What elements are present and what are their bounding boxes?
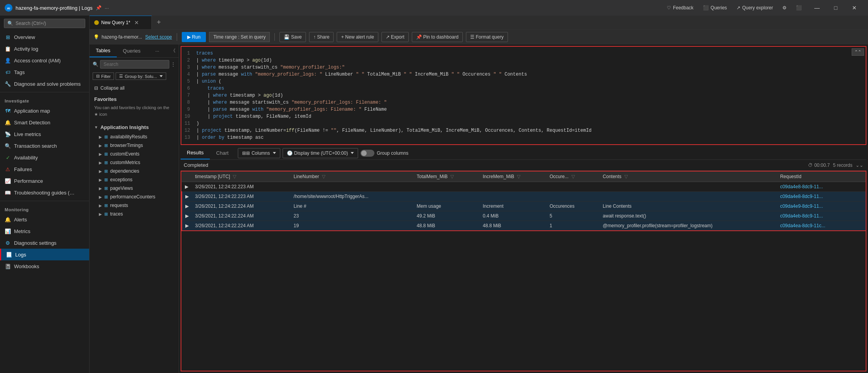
sidebar-item-logs[interactable]: 📃 Logs <box>0 249 89 260</box>
collapse-panel-button[interactable]: 《 <box>168 44 179 57</box>
display-time-button[interactable]: 🕐 Display time (UTC+00:00) <box>283 148 358 158</box>
tables-tab[interactable]: Tables <box>90 44 117 57</box>
table-item-perfcounters[interactable]: ▶ ⊞ performanceCounters <box>90 193 179 201</box>
search-options-icon[interactable]: ⋮ <box>171 62 176 67</box>
minimize-button[interactable]: — <box>808 0 826 16</box>
run-button[interactable]: ▶ Run <box>182 32 206 42</box>
group-by-button[interactable]: ☰ Group by: Solu... <box>116 72 166 80</box>
sidebar-item-workbooks[interactable]: 📓 Workbooks <box>0 260 89 272</box>
more-tabs-button[interactable]: ··· <box>151 45 163 57</box>
group-columns-toggle[interactable] <box>360 150 374 157</box>
save-button[interactable]: 💾 Save <box>279 32 306 42</box>
expand-cell-2[interactable]: ▶ <box>182 202 192 211</box>
cell-timestamp-2: 3/26/2021, 12:24:22.224 AM <box>192 202 290 211</box>
filter-total-icon[interactable]: ▽ <box>450 174 454 179</box>
filter-button[interactable]: ⊟ Filter <box>93 72 114 80</box>
tab-new-query-1[interactable]: New Query 1* ✕ <box>90 16 152 29</box>
feedback-button[interactable]: ♡ Feedback <box>664 4 697 12</box>
table-item-pageviews[interactable]: ▶ ⊞ pageViews <box>90 184 179 193</box>
live-metrics-icon: 📡 <box>5 131 11 137</box>
sidebar-item-transaction-search[interactable]: 🔍 Transaction search <box>0 140 89 152</box>
resource-selector[interactable]: 💡 hazeng-fa-memor... <box>93 34 142 40</box>
filter-timestamp-icon[interactable]: ▽ <box>233 174 236 179</box>
sidebar-item-diagnostic-settings[interactable]: ⚙ Diagnostic settings <box>0 237 89 249</box>
settings-button[interactable]: ⚙ <box>779 4 790 12</box>
layout-button[interactable]: ⬛ <box>793 4 805 12</box>
table-item-customevents[interactable]: ▶ ⊞ customEvents <box>90 150 179 158</box>
new-alert-button[interactable]: + New alert rule <box>337 32 378 42</box>
sidebar-item-access-control[interactable]: 👤 Access control (IAM) <box>0 55 89 66</box>
table-item-requests[interactable]: ▶ ⊞ requests <box>90 201 179 210</box>
table-item-custommetrics[interactable]: ▶ ⊞ customMetrics <box>90 158 179 167</box>
sidebar-item-live-metrics[interactable]: 📡 Live metrics <box>0 128 89 140</box>
col-header-linenumber[interactable]: LineNumber ▽ <box>290 171 413 182</box>
pin-dashboard-button[interactable]: 📌 Pin to dashboard <box>412 32 463 42</box>
pin-icon[interactable]: 📌 <box>96 5 102 11</box>
expand-cell-4[interactable]: ▶ <box>182 221 192 231</box>
table-row[interactable]: ▶ 3/26/2021, 12:24:22.224 AM Line # Mem … <box>182 202 866 211</box>
table-row[interactable]: ▶ 3/26/2021, 12:24:22.223 AM /home/site/… <box>182 192 866 202</box>
filter-line-icon[interactable]: ▽ <box>322 174 325 179</box>
table-icon: ⊞ <box>104 134 108 140</box>
columns-button[interactable]: ⊞⊞ Columns <box>238 148 280 158</box>
sidebar-item-failures[interactable]: ⚠ Failures <box>0 163 89 175</box>
sidebar-item-activity-log[interactable]: 📋 Activity log <box>0 43 89 55</box>
table-icon: ⊞ <box>104 186 108 191</box>
filter-occur-icon[interactable]: ▽ <box>571 174 575 179</box>
table-item-exceptions[interactable]: ▶ ⊞ exceptions <box>90 175 179 184</box>
sidebar-item-overview[interactable]: ⊞ Overview <box>0 31 89 43</box>
maximize-button[interactable]: □ <box>827 0 845 16</box>
query-explorer-button[interactable]: ↗ Query explorer <box>733 4 776 12</box>
table-row[interactable]: ▶ 3/26/2021, 12:24:22.224 AM 19 48.8 MiB… <box>182 221 866 231</box>
sidebar-item-metrics[interactable]: 📊 Metrics <box>0 225 89 237</box>
time-range-button[interactable]: Time range : Set in query <box>209 32 270 42</box>
section-arrow: ▼ <box>94 125 98 129</box>
sidebar-search-input[interactable]: 🔍 Search (Ctrl+/) <box>4 19 85 28</box>
code-editor[interactable]: 1 traces 2 | where timestamp > ago(1d) 3… <box>181 46 866 145</box>
tab-results[interactable]: Results <box>181 147 210 159</box>
tab-close-button[interactable]: ✕ <box>134 19 139 26</box>
sidebar-item-availability[interactable]: ✓ Availability <box>0 152 89 163</box>
sidebar-item-diagnose[interactable]: 🔧 Diagnose and solve problems <box>0 78 89 90</box>
col-header-contents[interactable]: Contents ▽ <box>600 171 777 182</box>
col-header-totalmem[interactable]: TotalMem_MiB ▽ <box>414 171 480 182</box>
sidebar-item-alerts[interactable]: 🔔 Alerts <box>0 214 89 225</box>
format-query-button[interactable]: ☰ Format query <box>466 32 508 42</box>
col-header-occurences[interactable]: Occure... ▽ <box>546 171 600 182</box>
time-badge: ⏱ 00:00.7 <box>808 163 830 168</box>
export-button[interactable]: ↗ Export <box>381 32 409 42</box>
table-item-browser[interactable]: ▶ ⊞ browserTimings <box>90 141 179 150</box>
filter-contents-icon[interactable]: ▽ <box>624 174 628 179</box>
sidebar-item-app-map[interactable]: 🗺 Application map <box>0 105 89 117</box>
expand-cell-0[interactable]: ▶ <box>182 182 192 192</box>
more-icon[interactable]: ··· <box>105 5 109 11</box>
filter-incr-icon[interactable]: ▽ <box>517 174 520 179</box>
table-item-availability[interactable]: ▶ ⊞ availabilityResults <box>90 133 179 141</box>
tables-search-input[interactable] <box>100 60 169 69</box>
table-item-dependencies[interactable]: ▶ ⊞ dependencies <box>90 167 179 175</box>
table-item-traces[interactable]: ▶ ⊞ traces <box>90 210 179 218</box>
collapse-all-button[interactable]: ⊟ Collapse all <box>90 83 179 93</box>
expand-results-button[interactable]: ⌄⌄ <box>856 163 863 168</box>
tab-chart[interactable]: Chart <box>210 147 235 159</box>
tab-add-button[interactable]: + <box>152 16 166 29</box>
collapse-editor-button[interactable]: ⌃⌃ <box>852 48 864 56</box>
expand-cell-3[interactable]: ▶ <box>182 211 192 221</box>
select-scope-button[interactable]: Select scope <box>145 34 172 40</box>
queries-button[interactable]: ⬛ Queries <box>700 4 730 12</box>
table-row[interactable]: ▶ 3/26/2021, 12:24:22.224 AM 23 49.2 MiB… <box>182 211 866 221</box>
close-button[interactable]: ✕ <box>845 0 863 16</box>
app-insights-header[interactable]: ▼ Application Insights <box>90 122 179 133</box>
table-row[interactable]: ▶ 3/26/2021, 12:24:22.223 AM c09da4e8-8d… <box>182 182 866 192</box>
queries-tab[interactable]: Queries <box>117 45 147 57</box>
sidebar-item-troubleshooting[interactable]: 📖 Troubleshooting guides (previ... <box>0 187 89 198</box>
sidebar-item-tags[interactable]: 🏷 Tags <box>0 66 89 78</box>
col-header-requestid[interactable]: RequestId <box>777 171 866 182</box>
sidebar-item-performance[interactable]: 📈 Performance <box>0 175 89 187</box>
sidebar-item-smart-detection[interactable]: 🔔 Smart Detection <box>0 117 89 128</box>
share-button[interactable]: ↑ Share <box>309 32 334 42</box>
expand-cell-1[interactable]: ▶ <box>182 192 192 202</box>
left-panel-search-area: 🔍 ⋮ <box>90 58 179 71</box>
col-header-timestamp[interactable]: timestamp [UTC] ▽ <box>192 171 290 182</box>
col-header-incrmem[interactable]: IncreMem_MiB ▽ <box>480 171 546 182</box>
